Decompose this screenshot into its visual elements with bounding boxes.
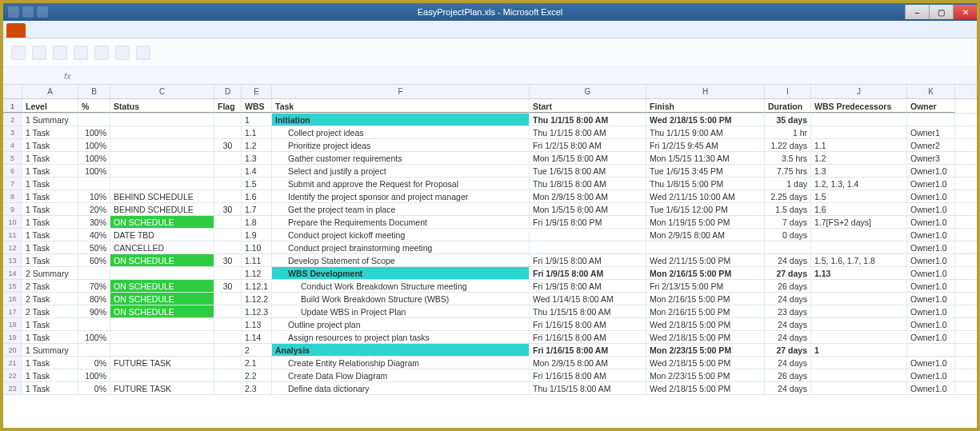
- cell-status[interactable]: FUTURE TASK: [110, 382, 214, 394]
- row-number[interactable]: 2: [3, 114, 22, 126]
- col-header[interactable]: B: [78, 85, 110, 98]
- fx-icon[interactable]: fx: [59, 71, 76, 81]
- undo-icon[interactable]: [22, 6, 34, 18]
- cell-pct[interactable]: [78, 114, 110, 126]
- cell-wbs[interactable]: 1.12.1: [242, 280, 272, 292]
- row-number[interactable]: 6: [3, 165, 22, 177]
- cell-duration[interactable]: 2.25 days: [765, 190, 811, 202]
- cell-status[interactable]: [110, 114, 214, 126]
- cell-predecessors[interactable]: 1.2: [811, 152, 907, 164]
- cell-flag[interactable]: [214, 382, 242, 394]
- cell-finish[interactable]: Wed 2/18/15 5:00 PM: [646, 382, 765, 394]
- cell-task[interactable]: Conduct project brainstorming meeting: [272, 241, 530, 253]
- cell-owner[interactable]: Owner1.0: [907, 293, 955, 305]
- cell-task[interactable]: Submit and approve the Request for Propo…: [272, 178, 530, 190]
- col-header[interactable]: K: [907, 85, 955, 98]
- header-finish[interactable]: Finish: [646, 99, 765, 113]
- row-number[interactable]: 16: [3, 293, 22, 305]
- cell-predecessors[interactable]: 1.6: [811, 203, 907, 215]
- row-number[interactable]: 23: [3, 382, 22, 394]
- cell-predecessors[interactable]: 1.2, 1.3, 1.4: [811, 178, 907, 190]
- cell-duration[interactable]: 1 day: [765, 178, 811, 190]
- cell-wbs[interactable]: 1.7: [242, 203, 272, 215]
- cell-status[interactable]: CANCELLED: [110, 241, 214, 253]
- cell-level[interactable]: 2 Task: [22, 293, 78, 305]
- cell-duration[interactable]: 24 days: [765, 318, 811, 330]
- cell-level[interactable]: 1 Task: [22, 203, 78, 215]
- cell-finish[interactable]: Wed 2/11/15 10:00 AM: [646, 190, 765, 202]
- cell-flag[interactable]: [214, 267, 242, 279]
- cell-level[interactable]: 1 Task: [22, 331, 78, 343]
- cell-duration[interactable]: 26 days: [765, 369, 811, 381]
- cell-start[interactable]: Mon 1/5/15 8:00 AM: [530, 152, 646, 164]
- cell-owner[interactable]: Owner1.0: [907, 357, 955, 369]
- row-number[interactable]: 13: [3, 254, 22, 266]
- cell-task[interactable]: WBS Development: [272, 267, 530, 279]
- cell-status[interactable]: ON SCHEDULE: [110, 254, 214, 266]
- cell-level[interactable]: 1 Task: [22, 178, 78, 190]
- office-button[interactable]: [6, 23, 26, 38]
- grid-body[interactable]: 1Level%StatusFlagWBSTaskStartFinishDurat…: [3, 99, 977, 395]
- cell-task[interactable]: Develop Statement of Scope: [272, 254, 530, 266]
- cell-task[interactable]: Outline project plan: [272, 318, 530, 330]
- cell-wbs[interactable]: 2.2: [242, 369, 272, 381]
- cell-level[interactable]: 1 Task: [22, 229, 78, 241]
- cell-flag[interactable]: [214, 178, 242, 190]
- cell-task[interactable]: Define data dictionary: [272, 382, 530, 394]
- header-status[interactable]: Status: [110, 99, 214, 113]
- toolbar-button[interactable]: [32, 46, 46, 60]
- cell-predecessors[interactable]: 1.3: [811, 165, 907, 177]
- cell-start[interactable]: [530, 229, 646, 241]
- row-number[interactable]: 7: [3, 178, 22, 190]
- row-number[interactable]: 9: [3, 203, 22, 215]
- cell-wbs[interactable]: 1.10: [242, 241, 272, 253]
- cell-level[interactable]: 1 Task: [22, 190, 78, 202]
- cell-flag[interactable]: 30: [214, 254, 242, 266]
- cell-predecessors[interactable]: [811, 241, 907, 253]
- cell-pct[interactable]: 40%: [78, 229, 110, 241]
- cell-task[interactable]: Analysis: [272, 344, 530, 356]
- cell-wbs[interactable]: 1.12.3: [242, 305, 272, 317]
- cell-task[interactable]: Update WBS in Project Plan: [272, 305, 530, 317]
- cell-wbs[interactable]: 1.9: [242, 229, 272, 241]
- cell-wbs[interactable]: 1.12: [242, 267, 272, 279]
- cell-pct[interactable]: 90%: [78, 305, 110, 317]
- cell-status[interactable]: DATE TBD: [110, 229, 214, 241]
- cell-level[interactable]: 1 Summary: [22, 344, 78, 356]
- cell-status[interactable]: [110, 152, 214, 164]
- cell-owner[interactable]: Owner1.0: [907, 216, 955, 228]
- cell-level[interactable]: 1 Task: [22, 254, 78, 266]
- col-header[interactable]: F: [272, 85, 530, 98]
- cell-wbs[interactable]: 1.13: [242, 318, 272, 330]
- cell-wbs[interactable]: 1.3: [242, 152, 272, 164]
- cell-finish[interactable]: Mon 1/19/15 5:00 PM: [646, 216, 765, 228]
- col-header[interactable]: A: [22, 85, 78, 98]
- col-header[interactable]: D: [214, 85, 242, 98]
- cell-owner[interactable]: Owner1.0: [907, 178, 955, 190]
- cell-flag[interactable]: [214, 344, 242, 356]
- cell-wbs[interactable]: 1.5: [242, 178, 272, 190]
- col-header[interactable]: G: [530, 85, 646, 98]
- cell-status[interactable]: [110, 369, 214, 381]
- cell-start[interactable]: Thu 1/1/15 8:00 AM: [530, 126, 646, 138]
- cell-status[interactable]: [110, 267, 214, 279]
- cell-task[interactable]: Conduct Work Breakdown Structure meeting: [272, 280, 530, 292]
- cell-owner[interactable]: [907, 344, 955, 356]
- cell-task[interactable]: Initiation: [272, 114, 530, 126]
- header-pct[interactable]: %: [78, 99, 110, 113]
- cell-task[interactable]: Select and justify a project: [272, 165, 530, 177]
- cell-flag[interactable]: [214, 126, 242, 138]
- cell-owner[interactable]: Owner1.0: [907, 241, 955, 253]
- select-all-corner[interactable]: [3, 85, 22, 98]
- header-owner[interactable]: Owner: [907, 99, 955, 113]
- row-number[interactable]: 10: [3, 216, 22, 228]
- cell-pct[interactable]: 0%: [78, 357, 110, 369]
- cell-level[interactable]: 1 Task: [22, 369, 78, 381]
- cell-owner[interactable]: Owner1.0: [907, 267, 955, 279]
- cell-pct[interactable]: 100%: [78, 139, 110, 151]
- cell-finish[interactable]: Tue 1/6/15 12:00 PM: [646, 203, 765, 215]
- cell-level[interactable]: 1 Task: [22, 241, 78, 253]
- cell-owner[interactable]: Owner1.0: [907, 318, 955, 330]
- cell-owner[interactable]: Owner1.0: [907, 165, 955, 177]
- cell-wbs[interactable]: 1.8: [242, 216, 272, 228]
